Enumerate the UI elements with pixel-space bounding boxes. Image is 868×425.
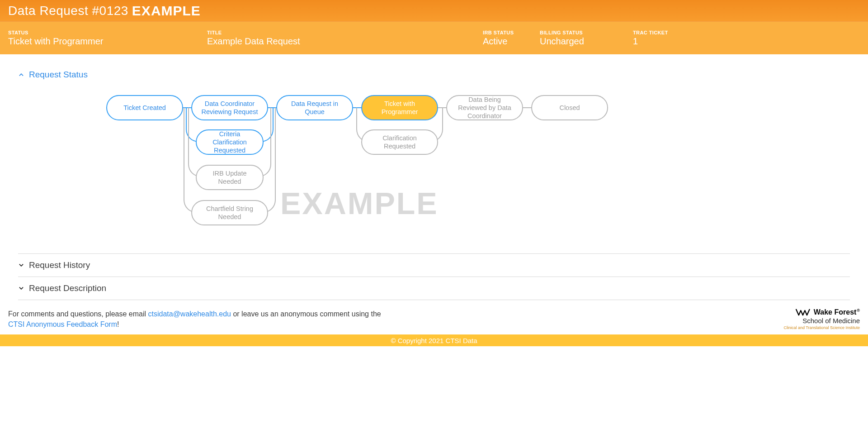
brand-name: Wake Forest® xyxy=(814,308,860,316)
loop-connector xyxy=(184,108,276,213)
chevron-up-icon xyxy=(18,72,24,78)
irb-status-label: IRB STATUS xyxy=(483,30,540,35)
footer-text: For comments and questions, please email… xyxy=(8,309,381,329)
node-closed: Closed xyxy=(531,95,608,120)
irb-status-value: Active xyxy=(483,36,540,47)
billing-status-label: BILLING STATUS xyxy=(540,30,633,35)
node-data-being-reviewed: Data Being Reviewed by Data Coordinator xyxy=(446,95,523,120)
trac-ticket-value: 1 xyxy=(633,36,687,47)
node-data-request-in-queue: Data Request in Queue xyxy=(276,95,353,120)
trac-ticket-label: TRAC TICKET xyxy=(633,30,687,35)
node-irb-update-needed: IRB Update Needed xyxy=(196,165,264,190)
title-label: TITLE xyxy=(207,30,483,35)
node-chartfield-string-needed: Chartfield String Needed xyxy=(191,200,268,225)
node-clarification-requested: Clarification Requested xyxy=(361,129,438,155)
request-description-heading: Request Description xyxy=(29,283,106,293)
footer: For comments and questions, please email… xyxy=(0,300,868,334)
page-title: Data Request #0123 xyxy=(8,4,128,18)
request-status-heading: Request Status xyxy=(29,70,88,80)
title-value: Example Data Request xyxy=(207,36,483,47)
wake-forest-logo-icon xyxy=(796,308,811,316)
info-bar: STATUS Ticket with Programmer TITLE Exam… xyxy=(0,22,868,54)
footer-feedback-link[interactable]: CTSI Anonymous Feedback Form xyxy=(8,320,117,328)
connector xyxy=(522,107,532,108)
node-ticket-with-programmer: Ticket with Programmer xyxy=(361,95,438,120)
brand-tag: Clinical and Translational Science Insti… xyxy=(783,325,860,330)
chevron-down-icon xyxy=(18,285,24,291)
copyright-bar: © Copyright 2021 CTSI Data xyxy=(0,334,868,346)
brand-block: Wake Forest® School of Medicine Clinical… xyxy=(783,308,860,330)
workflow-diagram: Ticket Created Data Coordinator Reviewin… xyxy=(18,95,850,240)
request-status-toggle[interactable]: Request Status xyxy=(18,63,850,86)
billing-status-value: Uncharged xyxy=(540,36,633,47)
request-description-toggle[interactable]: Request Description xyxy=(18,277,850,300)
chevron-down-icon xyxy=(18,262,24,268)
status-value: Ticket with Programmer xyxy=(8,36,207,47)
status-label: STATUS xyxy=(8,30,207,35)
node-criteria-clarification: Criteria Clarification Requested xyxy=(196,129,264,155)
brand-sub: School of Medicine xyxy=(783,317,860,325)
node-ticket-created: Ticket Created xyxy=(106,95,183,120)
example-badge: EXAMPLE xyxy=(132,3,201,19)
node-data-coordinator-reviewing: Data Coordinator Reviewing Request xyxy=(191,95,268,120)
example-watermark: EXAMPLE xyxy=(280,186,439,221)
request-history-heading: Request History xyxy=(29,260,90,270)
footer-email-link[interactable]: ctsidata@wakehealth.edu xyxy=(148,310,231,318)
request-history-toggle[interactable]: Request History xyxy=(18,254,850,277)
header-bar: Data Request #0123 EXAMPLE xyxy=(0,0,868,22)
